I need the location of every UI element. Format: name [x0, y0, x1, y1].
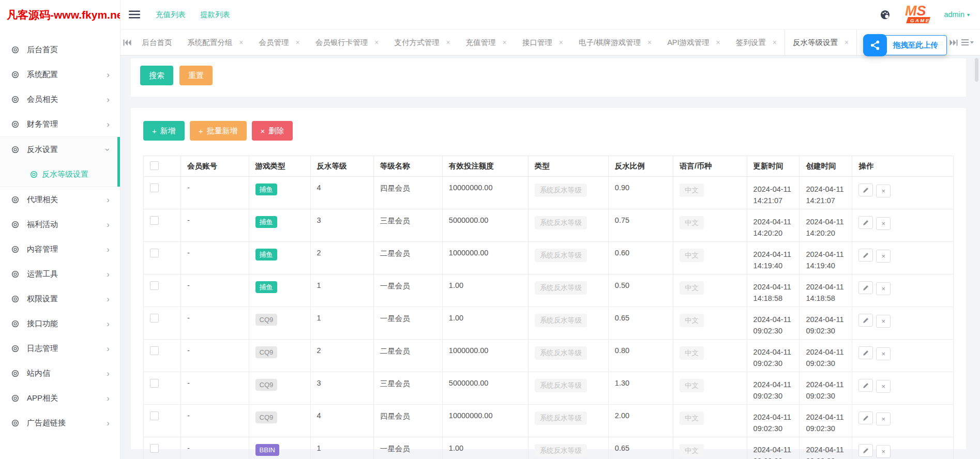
row-checkbox[interactable] [150, 379, 159, 388]
tabs-scroll-right-icon[interactable] [947, 29, 960, 55]
created-time: 14:20:20 [806, 227, 846, 239]
theme-palette-icon[interactable] [880, 10, 890, 20]
sidebar-item-log-management[interactable]: 日志管理› [0, 336, 120, 361]
tab-dashboard[interactable]: 后台首页 [134, 29, 179, 55]
delete-row-button[interactable]: × [876, 315, 891, 328]
tab-api-game-management[interactable]: API游戏管理× [659, 29, 728, 55]
close-icon[interactable]: × [716, 39, 720, 46]
tab-label: 会员管理 [259, 38, 289, 48]
sidebar-group-site-messages: 站内信› [0, 361, 120, 386]
row-select-cell [144, 340, 181, 372]
close-icon[interactable]: × [239, 39, 243, 46]
topnav-withdraw-list[interactable]: 提款列表 [200, 10, 230, 20]
sidebar-item-agent-related[interactable]: 代理相关› [0, 187, 120, 212]
row-checkbox[interactable] [150, 281, 159, 290]
sidebar-item-member-related[interactable]: 会员相关› [0, 87, 120, 112]
sidebar-item-dashboard[interactable]: 后台首页 [0, 37, 120, 62]
sidebar-item-ad-hyperlinks[interactable]: 广告超链接› [0, 410, 120, 435]
delete-row-button[interactable]: × [876, 445, 891, 458]
close-icon[interactable]: × [446, 39, 450, 46]
sidebar-item-rebate-settings[interactable]: 反水设置› [0, 137, 120, 162]
row-checkbox[interactable] [150, 346, 159, 355]
edit-button[interactable] [858, 216, 873, 229]
tab-label: API游戏管理 [667, 38, 709, 48]
sidebar-item-welfare-activities[interactable]: 福利活动› [0, 212, 120, 237]
delete-button[interactable]: ×删除 [252, 121, 293, 141]
sidebar-item-permission-settings[interactable]: 权限设置› [0, 286, 120, 311]
page-scrollbar[interactable] [975, 58, 978, 82]
updated-cell: 2024-04-1114:19:40 [747, 242, 800, 274]
sidebar-item-system-config[interactable]: 系统配置› [0, 62, 120, 87]
row-checkbox[interactable] [150, 216, 159, 225]
close-icon[interactable]: × [374, 39, 379, 46]
add-button[interactable]: +新增 [143, 121, 185, 141]
col-type: 类型 [528, 156, 608, 177]
sidebar-item-content-management[interactable]: 内容管理› [0, 237, 120, 262]
close-icon[interactable]: × [845, 39, 849, 46]
delete-row-button[interactable]: × [876, 250, 891, 263]
tab-system-config-group[interactable]: 系统配置分组× [179, 29, 251, 55]
tab-signin-settings[interactable]: 签到设置× [728, 29, 785, 55]
row-checkbox[interactable] [150, 444, 159, 453]
edit-button[interactable] [858, 444, 873, 457]
tab-member-bankcard-management[interactable]: 会员银行卡管理× [308, 29, 387, 55]
select-all-checkbox[interactable] [150, 161, 159, 170]
tabs-menu-icon[interactable] [960, 29, 975, 55]
tab-payment-method-management[interactable]: 支付方式管理× [386, 29, 458, 55]
tabs-scroll-left-icon[interactable] [120, 29, 134, 55]
delete-row-button[interactable]: × [876, 347, 891, 360]
delete-row-button[interactable]: × [876, 380, 891, 393]
sidebar-subitem-rebate-level-settings[interactable]: 反水等级设置 [0, 162, 120, 187]
sidebar-item-app-related[interactable]: APP相关› [0, 386, 120, 410]
edit-button[interactable] [858, 281, 873, 294]
close-icon[interactable]: × [503, 39, 507, 46]
topnav-recharge-list[interactable]: 充值列表 [156, 10, 186, 20]
type-cell: 系统反水等级 [528, 242, 608, 274]
sidebar-item-site-messages[interactable]: 站内信› [0, 361, 120, 386]
menu-toggle-icon[interactable] [129, 10, 140, 19]
chevron-right-icon: › [107, 319, 110, 328]
batch-add-button[interactable]: +批量新增 [190, 121, 247, 141]
row-checkbox[interactable] [150, 411, 159, 420]
edit-button[interactable] [858, 183, 873, 196]
row-checkbox[interactable] [150, 249, 159, 257]
search-button[interactable]: 搜索 [140, 66, 173, 85]
sidebar-item-finance-management[interactable]: 财务管理› [0, 112, 120, 136]
tab-interface-management[interactable]: 接口管理× [515, 29, 571, 55]
edit-button[interactable] [858, 314, 873, 327]
sidebar-item-operation-tools[interactable]: 运营工具› [0, 262, 120, 286]
type-cell: 系统反水等级 [528, 437, 608, 459]
tab-electronic-board-game-management[interactable]: 电子/棋牌游戏管理× [571, 29, 659, 55]
sidebar-item-interface-functions[interactable]: 接口功能› [0, 311, 120, 336]
tab-recharge-management[interactable]: 充值管理× [458, 29, 515, 55]
tab-member-management[interactable]: 会员管理× [251, 29, 308, 55]
close-icon[interactable]: × [559, 39, 563, 46]
delete-row-button[interactable]: × [876, 282, 891, 295]
bet-amount: 10000000.00 [449, 183, 493, 192]
game-type-badge: BBIN [255, 444, 279, 456]
tab-rebate-level-settings[interactable]: 反水等级设置× [785, 29, 857, 55]
created-time: 09:02:30 [806, 423, 846, 434]
updated-cell: 2024-04-1109:02:30 [747, 437, 800, 459]
delete-row-button[interactable]: × [876, 412, 891, 425]
edit-button[interactable] [858, 379, 873, 392]
user-dropdown[interactable]: admin ▾ [944, 10, 970, 19]
member-account-cell: - [181, 437, 249, 459]
delete-row-button[interactable]: × [876, 185, 891, 197]
reset-button[interactable]: 重置 [179, 66, 213, 85]
close-icon[interactable]: × [296, 39, 300, 46]
edit-button[interactable] [858, 411, 873, 424]
operations-cell: × [852, 437, 954, 459]
row-checkbox[interactable] [150, 183, 159, 192]
edit-button[interactable] [858, 249, 873, 262]
rebate-level-cell: 4 [310, 405, 373, 437]
close-icon[interactable]: × [647, 39, 652, 46]
operations-cell: × [852, 340, 954, 372]
upload-dropzone[interactable]: 拖拽至此上传 [863, 34, 947, 56]
edit-button[interactable] [858, 346, 873, 359]
close-icon[interactable]: × [773, 39, 777, 46]
delete-row-button[interactable]: × [876, 217, 891, 230]
type-badge: 系统反水等级 [535, 314, 587, 327]
row-checkbox[interactable] [150, 314, 159, 323]
topbar-right: MS GAME admin ▾ [880, 3, 970, 26]
